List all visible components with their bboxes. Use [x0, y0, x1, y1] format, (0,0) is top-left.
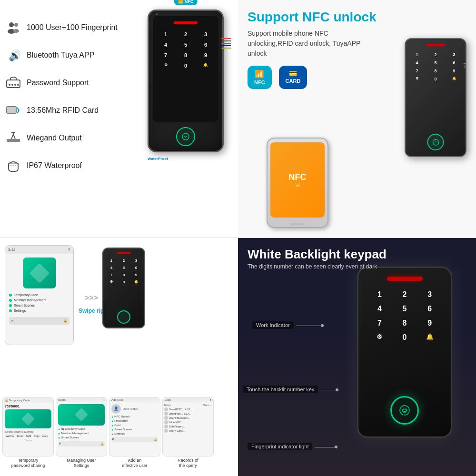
- menu-item-3: Smart Scenes: [9, 303, 69, 308]
- ss-2-caption: Managing UserSettings: [56, 458, 107, 469]
- svg-point-0: [9, 22, 14, 27]
- feature-bluetooth: 🔊 Bluetooth Tuya APP: [5, 47, 118, 64]
- ss-1-header: 🔒 Temporary Code: [3, 397, 53, 403]
- rfid-feature-text: 13.56Mhz RFID Card: [27, 106, 99, 115]
- menu-item-4: Settings: [9, 308, 69, 313]
- mini-keypad-grid: 1 2 3 4 5 6 7 8 9 ⚙ 0 🔔: [103, 257, 144, 286]
- waterproof-label: WaterProof: [148, 157, 168, 161]
- svg-point-16: [433, 139, 438, 145]
- backlight-subtitle: The digits number can be seen clearly ev…: [248, 263, 466, 270]
- fingerprint-light-annotation: Fingerprint indicator light: [248, 443, 312, 450]
- users-feature-text: 1000 User+100 Fingerprint: [27, 23, 118, 32]
- device-screen-tl: 1 2 3 4 5 6 7 8 9 ⚙ 0 🔔: [153, 16, 218, 122]
- backlit-key-label: Touch the backlit number key: [243, 386, 318, 393]
- password-icon: [5, 74, 22, 91]
- work-indicator-line: [296, 326, 322, 326]
- small-ss-1: 🔒 Temporary Code 75356001 Select Sharing…: [2, 397, 54, 469]
- fingerprint-light-label: Fingerprint indicator light: [248, 443, 312, 450]
- ss-1-caption: Temporarypassword sharing: [2, 458, 54, 469]
- nfc-title: Support NFC unlock: [248, 10, 466, 25]
- svg-point-7: [11, 84, 13, 86]
- users-icon: [5, 19, 22, 36]
- app-content: Temporary Code Member management Smart S…: [5, 254, 73, 328]
- ss-4-body: Logs● EntrySucc... David123C... 4:18... …: [162, 397, 214, 456]
- phone-nfc-label: NFC: [289, 172, 307, 182]
- annotated-device-container: 1 2 3 4 5 6 7 8 9 ⚙ 0 🔔: [357, 267, 452, 438]
- waterproof-icon: [5, 157, 22, 174]
- svg-text:🔊: 🔊: [9, 49, 20, 62]
- backlit-key-line: [320, 390, 337, 390]
- nfc-top-badge: 📶NFC: [174, 0, 198, 5]
- wiegand-feature-text: Wiegand Output: [27, 134, 82, 142]
- svg-point-17: [400, 406, 409, 415]
- ann-fingerprint-ring: [390, 396, 419, 425]
- app-header: 3:12 ≡: [5, 246, 73, 254]
- mini-device-body: 1 2 3 4 5 6 7 8 9 ⚙ 0 🔔: [102, 248, 145, 328]
- features-list: 1000 User+100 Fingerprint 🔊 Bluetooth Tu…: [5, 19, 118, 185]
- svg-point-8: [14, 84, 16, 86]
- fingerprint-light-line: [315, 447, 336, 447]
- bluetooth-icon: 🔊: [5, 47, 22, 64]
- ss-1-label: Select Sharing Method: [5, 430, 51, 433]
- ann-keypad: 1 2 3 4 5 6 7 8 9 ⚙ 0 🔔: [358, 287, 451, 346]
- ss-1-teal: [5, 409, 51, 428]
- work-indicator-annotation: Work Indicator: [252, 321, 294, 329]
- ss-3-header: Add User: [109, 397, 160, 402]
- ss-4-header: Logs●: [163, 397, 213, 402]
- bottom-right-panel: White Backlight keypad The digits number…: [238, 238, 476, 476]
- ss-3-content: 👤 User Profile ●NFC Unlock ●Fingerprint …: [109, 402, 160, 444]
- top-left-panel: 1000 User+100 Fingerprint 🔊 Bluetooth Tu…: [0, 0, 238, 238]
- svg-point-18: [402, 408, 407, 413]
- app-menu: Temporary Code Member management Smart S…: [9, 292, 69, 313]
- top-right-panel: Support NFC unlock Support mobile phone …: [238, 0, 476, 238]
- svg-point-1: [14, 23, 18, 27]
- feature-waterproof: IP67 Waterproof: [5, 157, 118, 174]
- feature-wiegand: Wiegand Output: [5, 129, 118, 147]
- small-ss-4: Logs● EntrySucc... David123C... 4:18... …: [162, 397, 214, 469]
- ss-2-lock: P🔒: [58, 441, 105, 446]
- feature-password: Password Support: [5, 74, 118, 91]
- waterproof-feature-text: IP67 Waterproof: [27, 161, 82, 170]
- feature-users: 1000 User+100 Fingerprint: [5, 19, 118, 36]
- phone-body: NFC 📶: [267, 138, 328, 228]
- nfc-label: NFC: [254, 79, 265, 85]
- nfc-icon-box: 📶 NFC: [248, 66, 272, 89]
- ss-3-options: ●NFC Unlock ●Fingerprint ●Card ●Smart Sc…: [111, 415, 158, 436]
- phone-nfc: NFC 📶: [267, 138, 328, 228]
- menu-item-1: Temporary Code: [9, 292, 69, 298]
- menu-item-2: Member management: [9, 298, 69, 303]
- device-body-tl: 1 2 3 4 5 6 7 8 9 ⚙ 0 🔔: [148, 10, 224, 152]
- svg-point-9: [17, 84, 19, 86]
- bluetooth-feature-text: Bluetooth Tuya APP: [27, 51, 94, 60]
- arrow-left: >>>: [85, 294, 98, 302]
- ss-2-content: ●NFC/security Code ●Member Management ●S…: [56, 402, 107, 448]
- mini-keypad-device: 1 2 3 4 5 6 7 8 9 ⚙ 0 🔔: [102, 248, 145, 328]
- lock-row: P 🔒: [9, 317, 69, 325]
- backlight-title-area: White Backlight keypad The digits number…: [248, 248, 466, 270]
- main-container: 1000 User+100 Fingerprint 🔊 Bluetooth Tu…: [0, 0, 476, 476]
- nfc-desc: Support mobile phone NFC unlocking,RFID …: [248, 29, 367, 59]
- small-ss-3: Add User 👤 User Profile ●NFC Unlock ●Fin…: [109, 397, 160, 469]
- main-app-screenshot: 3:12 ≡ Temporary Code Member management …: [5, 245, 74, 345]
- svg-rect-10: [7, 107, 16, 113]
- svg-point-15: [182, 133, 189, 140]
- fp-button-tr: [427, 134, 444, 150]
- ss-2-teal: [58, 404, 105, 426]
- work-indicator-dot: [321, 324, 324, 327]
- wires-tr: [464, 63, 466, 69]
- keypad-tr: 1 2 3 4 5 6 7 8 9 ⚙ 0 🔔: [406, 50, 466, 84]
- ss-4-caption: Records ofthe query: [162, 458, 214, 469]
- fingerprint-button-tl: [176, 127, 195, 146]
- ss-1-body: 🔒 Temporary Code 75356001 Select Sharing…: [2, 397, 54, 456]
- mini-fp-button: [117, 310, 130, 324]
- annotated-device-body: 1 2 3 4 5 6 7 8 9 ⚙ 0 🔔: [357, 267, 452, 438]
- small-ss-2: Users+ ●NFC/security Code ●Member Manage…: [56, 397, 107, 469]
- svg-point-3: [13, 29, 19, 33]
- ss-3-caption: Add aneffective user: [109, 458, 160, 469]
- ss-3-body: Add User 👤 User Profile ●NFC Unlock ●Fin…: [109, 397, 160, 456]
- ss-3-avatar-row: 👤 User Profile: [111, 404, 158, 414]
- card-label: CARD: [286, 78, 301, 84]
- phone-screen: NFC 📶: [270, 142, 325, 218]
- top-right-device: 1 2 3 4 5 6 7 8 9 ⚙ 0 🔔: [405, 38, 466, 157]
- top-right-device-body: 1 2 3 4 5 6 7 8 9 ⚙ 0 🔔: [405, 38, 466, 157]
